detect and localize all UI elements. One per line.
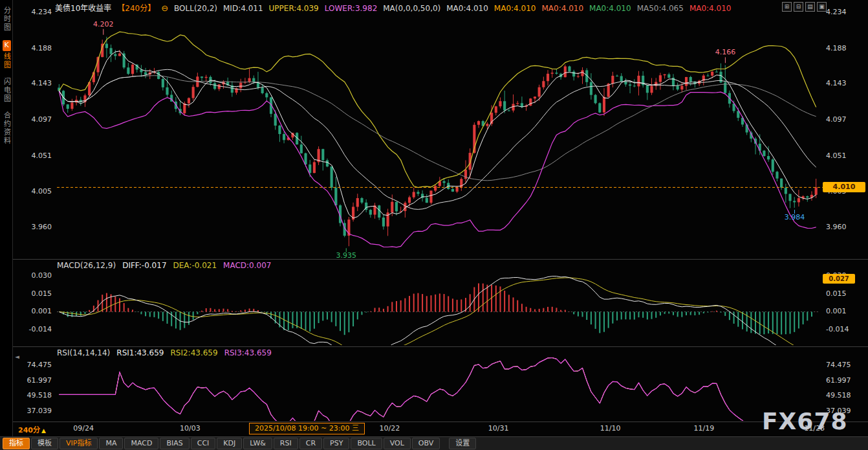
time-axis: 240分▲ 2025/10/08 19:00 ~ 23:00 三 09/2410… xyxy=(13,422,868,436)
macd-current-tag: 0.027 xyxy=(823,274,855,284)
boll-lower-value: LOWER:3.982 xyxy=(325,4,378,13)
selected-time-range: 2025/10/08 19:00 ~ 23:00 三 xyxy=(249,423,365,434)
ma-params: MA(0,0,0,50,0) xyxy=(383,4,440,13)
tab-psy[interactable]: PSY xyxy=(323,438,349,449)
period-selector[interactable]: 240分▲ xyxy=(18,424,46,434)
last-price-tag: 4.010 xyxy=(823,182,865,192)
sidebar-item-label: 线图 xyxy=(3,52,11,69)
indicator-header-bar: 美债10年收益率【240分】⊖BOLL(20,2)MID:4.011UPPER:… xyxy=(13,0,868,14)
zoom-out-icon[interactable]: ⊖ xyxy=(161,3,168,13)
axis-tick-label: 0.015 xyxy=(32,289,52,298)
period-label: 240分 xyxy=(18,426,40,434)
date-label: 11/19 xyxy=(694,424,715,433)
macd-header: MACD(26,12,9)DIFF:-0.017DEA:-0.021MACD:0… xyxy=(57,261,277,270)
tab-ma[interactable]: MA xyxy=(99,438,123,449)
fullscreen-icon[interactable]: ▣ xyxy=(817,2,827,12)
tab-boll[interactable]: BOLL xyxy=(351,438,382,449)
tab-macd[interactable]: MACD xyxy=(124,438,158,449)
axis-tick-label: 0.030 xyxy=(32,271,52,280)
price-annotation: 3.984 xyxy=(785,213,805,221)
candles-layer xyxy=(58,37,817,247)
axis-tick-label: 74.475 xyxy=(27,361,52,369)
date-label: 11/10 xyxy=(600,424,621,433)
tab-lw[interactable]: LW& xyxy=(243,438,272,449)
sidebar-item-lightning-chart[interactable]: 闪电图 xyxy=(1,78,12,103)
axis-tick-label: 0.001 xyxy=(826,307,847,315)
sidebar-item-label: 分时图 xyxy=(3,6,11,32)
date-label: 10/31 xyxy=(488,424,509,433)
axis-tick-label: 4.005 xyxy=(32,187,52,196)
axis-tick-label: 49.518 xyxy=(826,391,851,399)
app-root: 4.2024.1663.9353.9844.2344.2344.1884.188… xyxy=(0,0,868,450)
ma-value-3: MA0:4.010 xyxy=(589,4,631,13)
layout-grid-icon[interactable]: ⊞ xyxy=(782,2,792,12)
macd-histogram-layer xyxy=(59,284,816,335)
tab-templates[interactable]: 模板 xyxy=(31,438,58,449)
tab-cr[interactable]: CR xyxy=(299,438,322,449)
diff-line xyxy=(59,276,816,360)
rsi-header: RSI(14,14,14)RSI1:43.659RSI2:43.659RSI3:… xyxy=(57,348,278,357)
layout-panels-icon[interactable]: ▤ xyxy=(805,2,815,12)
panel-divider xyxy=(13,259,868,260)
boll-mid-line xyxy=(59,69,816,209)
rsi3-value: RSI3:43.659 xyxy=(224,348,272,357)
tab-cci[interactable]: CCI xyxy=(191,438,216,449)
sidebar-item-label: 闪电图 xyxy=(3,78,11,103)
boll-lower-line xyxy=(59,91,816,247)
tab-vol[interactable]: VOL xyxy=(384,438,411,449)
axis-tick-label: 0.015 xyxy=(826,289,847,298)
date-label: 10/22 xyxy=(379,424,400,433)
axis-tick-label: 61.997 xyxy=(826,376,851,385)
axis-tick-label: 61.997 xyxy=(27,376,52,385)
axis-tick-label: 37.039 xyxy=(27,407,52,415)
date-label: 09/24 xyxy=(73,424,94,433)
boll-upper-value: UPPER:4.039 xyxy=(269,4,319,13)
ma-value-1: MA0:4.010 xyxy=(494,4,536,13)
price-chart-canvas[interactable]: 4.2024.1663.9353.9844.2344.2344.1884.188… xyxy=(0,0,868,450)
indicator-toolbar: 指标模板VIP指标MAMACDBIASCCIKDJLW&RSICRPSYBOLL… xyxy=(0,436,868,450)
tab-indicators[interactable]: 指标 xyxy=(3,438,30,449)
rsi-params: RSI(14,14,14) xyxy=(57,348,110,357)
axis-tick-label: 4.188 xyxy=(32,44,52,52)
axis-tick-label: 3.960 xyxy=(32,223,52,231)
axis-tick-label: 4.143 xyxy=(826,79,847,87)
ma-value-5: MA0:4.010 xyxy=(689,4,732,13)
tab-bias[interactable]: BIAS xyxy=(160,438,189,449)
axis-tick-label: 4.188 xyxy=(826,44,847,52)
boll-mid-value: MID:4.011 xyxy=(223,4,263,13)
axis-tick-label: -0.014 xyxy=(29,325,52,333)
diff-value: DIFF:-0.017 xyxy=(122,261,166,270)
date-label: 10/03 xyxy=(180,424,201,433)
tab-obv[interactable]: OBV xyxy=(412,438,440,449)
sidebar-item-label: 合约资料 xyxy=(3,111,11,145)
instrument-title: 美债10年收益率 xyxy=(55,4,111,13)
sidebar-item-timeshare-chart[interactable]: 分时图 xyxy=(1,6,12,32)
macd-params: MACD(26,12,9) xyxy=(57,261,116,270)
tab-rsi[interactable]: RSI xyxy=(274,438,298,449)
axis-tick-label: 4.097 xyxy=(32,115,52,124)
rsi2-value: RSI2:43.659 xyxy=(170,348,217,357)
tab-settings[interactable]: 设置 xyxy=(449,438,476,449)
sidebar-item-kline-chart[interactable]: K线图 xyxy=(1,40,12,69)
axis-tick-label: 4.051 xyxy=(826,152,847,160)
ma-value-2: MA0:4.010 xyxy=(541,4,583,13)
tab-vip-indicators[interactable]: VIP指标 xyxy=(60,438,98,449)
price-annotation: 4.202 xyxy=(93,20,114,28)
rsi-collapse-icon[interactable]: ◄ xyxy=(15,354,19,360)
ma-value-0: MA0:4.010 xyxy=(446,4,488,13)
axis-tick-label: 49.518 xyxy=(27,391,52,399)
layout-rows-icon[interactable]: ⊟ xyxy=(794,2,803,12)
ma50-line xyxy=(59,76,816,181)
period-arrow-icon: ▲ xyxy=(41,427,46,434)
macd-value: MACD:0.007 xyxy=(223,261,271,270)
watermark: FX678 xyxy=(762,408,848,434)
sidebar-item-contract-info[interactable]: 合约资料 xyxy=(1,111,12,145)
panel-divider xyxy=(13,346,868,347)
period-tag: 【240分】 xyxy=(117,4,155,13)
dea-value: DEA:-0.021 xyxy=(173,261,217,270)
rsi1-value: RSI1:43.659 xyxy=(116,348,164,357)
ma50-value: MA50:4.065 xyxy=(637,4,684,13)
tab-kdj[interactable]: KDJ xyxy=(217,438,242,449)
boll-params: BOLL(20,2) xyxy=(174,4,217,13)
window-layout-controls: ⊞⊟▤▣ xyxy=(782,2,827,12)
